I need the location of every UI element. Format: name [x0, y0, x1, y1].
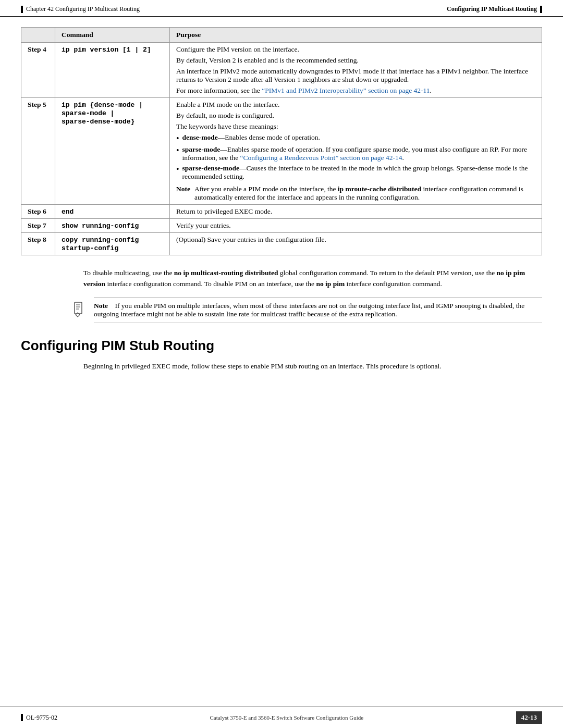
header-bar-left	[21, 6, 23, 13]
note-section: Note If you enable PIM on multiple inter…	[63, 297, 542, 323]
footer-bar	[21, 714, 23, 721]
footer-left: OL-9775-02	[21, 714, 57, 722]
purpose-cell: Return to privileged EXEC mode.	[170, 205, 542, 219]
purpose-cell: (Optional) Save your entries in the conf…	[170, 233, 542, 255]
step-label: Step 8	[21, 233, 55, 255]
main-content: Command Purpose Step 4 ip pim version [1…	[0, 17, 563, 421]
header-bar-right	[540, 6, 542, 13]
rendezvous-link[interactable]: “Configuring a Rendezvous Point” section…	[240, 154, 402, 162]
svg-marker-4	[76, 313, 80, 317]
step-col-header	[21, 28, 55, 43]
header-left-text: Chapter 42 Configuring IP Multicast Rout…	[26, 5, 140, 13]
section-intro: Beginning in privileged EXEC mode, follo…	[83, 361, 542, 372]
section-heading: Configuring PIM Stub Routing	[21, 338, 542, 354]
command-cell: copy running-config startup-config	[55, 233, 170, 255]
command-cell: ip pim version [1 | 2]	[55, 43, 170, 98]
footer-left-text: OL-9775-02	[26, 714, 57, 722]
note-box: Note After you enable a PIM mode on the …	[176, 185, 535, 202]
page-footer: OL-9775-02 Catalyst 3750-E and 3560-E Sw…	[0, 707, 563, 728]
command-cell: end	[55, 205, 170, 219]
list-item: sparse-mode—Enables sparse mode of opera…	[176, 145, 535, 162]
header-right: Configuring IP Multicast Routing	[447, 5, 542, 13]
pimv1-pimv2-link[interactable]: “PIMv1 and PIMv2 Interoperability” secti…	[262, 87, 430, 94]
note-paragraph-2: If you enable PIM on multiple interfaces…	[94, 302, 524, 318]
list-item: dense-mode—Enables dense mode of operati…	[176, 133, 535, 143]
command-table: Command Purpose Step 4 ip pim version [1…	[21, 27, 542, 255]
note-text-area: Note If you enable PIM on multiple inter…	[94, 297, 542, 323]
step-label: Step 7	[21, 219, 55, 233]
table-row: Step 8 copy running-config startup-confi…	[21, 233, 542, 255]
purpose-cell: Enable a PIM mode on the interface. By d…	[170, 98, 542, 205]
command-col-header: Command	[55, 28, 170, 43]
header-right-text: Configuring IP Multicast Routing	[447, 5, 537, 13]
note-label: Note	[94, 302, 113, 310]
svg-rect-0	[75, 302, 82, 314]
table-row: Step 4 ip pim version [1 | 2] Configure …	[21, 43, 542, 98]
header-left: Chapter 42 Configuring IP Multicast Rout…	[21, 5, 140, 13]
paragraph-1: To disable multicasting, use the no ip m…	[83, 268, 542, 290]
footer-center: Catalyst 3750-E and 3560-E Switch Softwa…	[210, 714, 363, 721]
keywords-list: dense-mode—Enables dense mode of operati…	[176, 133, 535, 181]
step-label: Step 4	[21, 43, 55, 98]
command-cell: show running-config	[55, 219, 170, 233]
purpose-cell: Configure the PIM version on the interfa…	[170, 43, 542, 98]
note-text: After you enable a PIM mode on the inter…	[194, 185, 535, 202]
purpose-cell: Verify your entries.	[170, 219, 542, 233]
list-item: sparse-dense-mode—Causes the interface t…	[176, 164, 535, 181]
pencil-icon-wrap	[63, 297, 94, 319]
step-label: Step 5	[21, 98, 55, 205]
page-number: 42-13	[516, 711, 542, 724]
step-label: Step 6	[21, 205, 55, 219]
pencil-icon	[70, 301, 86, 319]
table-row: Step 5 ip pim {dense-mode | sparse-mode …	[21, 98, 542, 205]
table-row: Step 7 show running-config Verify your e…	[21, 219, 542, 233]
page-header: Chapter 42 Configuring IP Multicast Rout…	[0, 0, 563, 17]
purpose-col-header: Purpose	[170, 28, 542, 43]
command-cell: ip pim {dense-mode | sparse-mode |sparse…	[55, 98, 170, 205]
table-row: Step 6 end Return to privileged EXEC mod…	[21, 205, 542, 219]
